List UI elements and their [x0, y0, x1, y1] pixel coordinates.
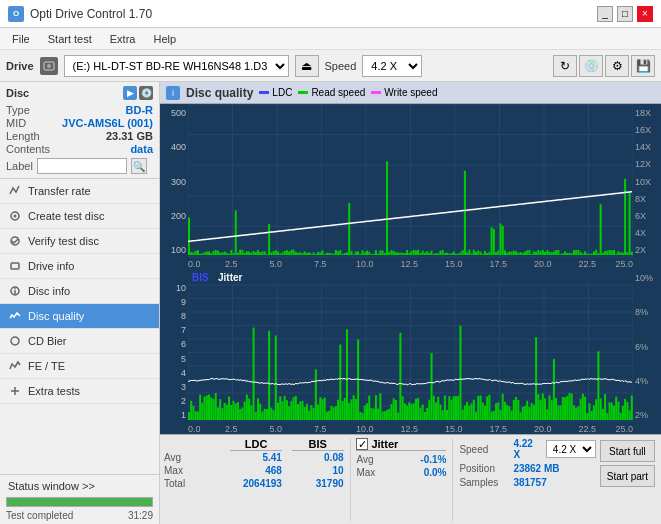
disc-type-value: BD-R [126, 104, 154, 116]
menu-bar: File Start test Extra Help [0, 28, 661, 50]
title-bar: O Opti Drive Control 1.70 _ □ × [0, 0, 661, 28]
menu-help[interactable]: Help [145, 31, 184, 47]
position-value: 23862 MB [513, 463, 559, 474]
jitter-avg-row: Avg -0.1% [356, 454, 446, 465]
avg-row: Avg 5.41 0.08 [164, 452, 344, 463]
disc-icon-2[interactable]: 💿 [139, 86, 153, 100]
drive-info-icon [8, 259, 22, 273]
read-speed-legend-label: Read speed [311, 87, 365, 98]
maximize-button[interactable]: □ [617, 6, 633, 22]
speed-select[interactable]: 4.2 X [362, 55, 422, 77]
status-section: Status window >> Test completed 31:29 [0, 474, 159, 524]
write-speed-legend: Write speed [371, 87, 437, 98]
nav-drive-info[interactable]: Drive info [0, 254, 159, 279]
start-part-button[interactable]: Start part [600, 465, 655, 487]
upper-chart-svg-wrapper [188, 104, 633, 269]
nav-extra-tests-label: Extra tests [28, 385, 80, 397]
divider-2 [452, 438, 453, 521]
samples-value: 381757 [513, 477, 546, 488]
settings-button[interactable]: ⚙ [605, 55, 629, 77]
lower-chart-svg-wrapper [188, 269, 633, 434]
jitter-checkmark: ✓ [358, 438, 367, 451]
speed-stat-label: Speed [459, 444, 509, 455]
disc-label-input[interactable] [37, 158, 127, 174]
jitter-checkbox[interactable]: ✓ [356, 438, 368, 450]
disc-length-row: Length 23.31 GB [6, 130, 153, 142]
status-time: 31:29 [128, 510, 153, 521]
content-area: i Disc quality LDC Read speed Write spee… [160, 82, 661, 524]
total-row: Total 2064193 31790 [164, 478, 344, 489]
svg-point-1 [47, 64, 51, 68]
progress-bar [6, 497, 153, 507]
ldc-max: 468 [230, 465, 282, 476]
nav-extra-tests[interactable]: Extra tests [0, 379, 159, 404]
minimize-button[interactable]: _ [597, 6, 613, 22]
fe-te-icon [8, 359, 22, 373]
stats-content: LDC BIS Avg 5.41 0.08 Max 468 10 Total [160, 435, 661, 524]
app-icon: O [8, 6, 24, 22]
transfer-rate-icon [8, 184, 22, 198]
extra-tests-icon [8, 384, 22, 398]
bis-total: 31790 [292, 478, 344, 489]
eject-button[interactable]: ⏏ [295, 55, 319, 77]
status-window-button[interactable]: Status window >> [0, 475, 159, 497]
nav-disc-quality[interactable]: Disc quality [0, 304, 159, 329]
nav-create-test-disc[interactable]: Create test disc [0, 204, 159, 229]
lower-y-axis-right: 10% 8% 6% 4% 2% [633, 269, 661, 434]
max-row: Max 468 10 [164, 465, 344, 476]
sidebar: Disc ▶ 💿 Type BD-R MID JVC-AMS6L (001) L… [0, 82, 160, 524]
jitter-header: ✓ Jitter [356, 438, 446, 451]
jitter-max-value: 0.0% [424, 467, 447, 478]
ldc-bis-stats: LDC BIS Avg 5.41 0.08 Max 468 10 Total [164, 438, 344, 490]
disc-button[interactable]: 💿 [579, 55, 603, 77]
title-bar-left: O Opti Drive Control 1.70 [8, 6, 152, 22]
save-button[interactable]: 💾 [631, 55, 655, 77]
avg-label: Avg [164, 452, 220, 463]
quality-header: i Disc quality LDC Read speed Write spee… [160, 82, 661, 104]
nav-verify-test-disc[interactable]: Verify test disc [0, 229, 159, 254]
write-speed-legend-dot [371, 91, 381, 94]
bis-avg: 0.08 [292, 452, 344, 463]
ldc-legend-label: LDC [272, 87, 292, 98]
disc-contents-label: Contents [6, 143, 50, 155]
disc-label-search-btn[interactable]: 🔍 [131, 158, 147, 174]
bis-header: BIS [292, 438, 344, 451]
disc-title: Disc [6, 87, 29, 99]
nav-disc-info[interactable]: Disc info [0, 279, 159, 304]
jitter-stats: ✓ Jitter Avg -0.1% Max 0.0% [356, 438, 446, 479]
stats-spacer [164, 438, 220, 451]
position-row: Position 23862 MB [459, 463, 595, 474]
quality-title: Disc quality [186, 86, 253, 100]
ldc-header: LDC [230, 438, 282, 451]
quality-icon: i [166, 86, 180, 100]
menu-start-test[interactable]: Start test [40, 31, 100, 47]
jitter-avg-value: -0.1% [420, 454, 446, 465]
nav-fe-te[interactable]: FE / TE [0, 354, 159, 379]
disc-length-label: Length [6, 130, 40, 142]
svg-rect-5 [11, 263, 19, 269]
start-full-button[interactable]: Start full [600, 440, 655, 462]
drive-select[interactable]: (E:) HL-DT-ST BD-RE WH16NS48 1.D3 [64, 55, 289, 77]
menu-extra[interactable]: Extra [102, 31, 144, 47]
disc-type-label: Type [6, 104, 30, 116]
nav-transfer-rate[interactable]: Transfer rate [0, 179, 159, 204]
nav-cd-bier-label: CD Bier [28, 335, 67, 347]
status-text: Test completed [6, 510, 73, 521]
close-button[interactable]: × [637, 6, 653, 22]
speed-stat-value: 4.22 X [513, 438, 537, 460]
nav-cd-bier[interactable]: CD Bier [0, 329, 159, 354]
speed-control-select[interactable]: 4.2 X [546, 440, 596, 458]
ldc-total: 2064193 [230, 478, 282, 489]
disc-contents-value: data [130, 143, 153, 155]
write-speed-legend-label: Write speed [384, 87, 437, 98]
charts-container: 500 400 300 200 100 18X 16X 14X 12X 10X [160, 104, 661, 434]
disc-icon-1[interactable]: ▶ [123, 86, 137, 100]
svg-point-3 [14, 215, 17, 218]
disc-label-label: Label [6, 160, 33, 172]
refresh-button[interactable]: ↻ [553, 55, 577, 77]
menu-file[interactable]: File [4, 31, 38, 47]
jitter-max-row: Max 0.0% [356, 467, 446, 478]
svg-point-8 [14, 288, 16, 290]
jitter-label: Jitter [371, 438, 398, 450]
disc-type-row: Type BD-R [6, 104, 153, 116]
